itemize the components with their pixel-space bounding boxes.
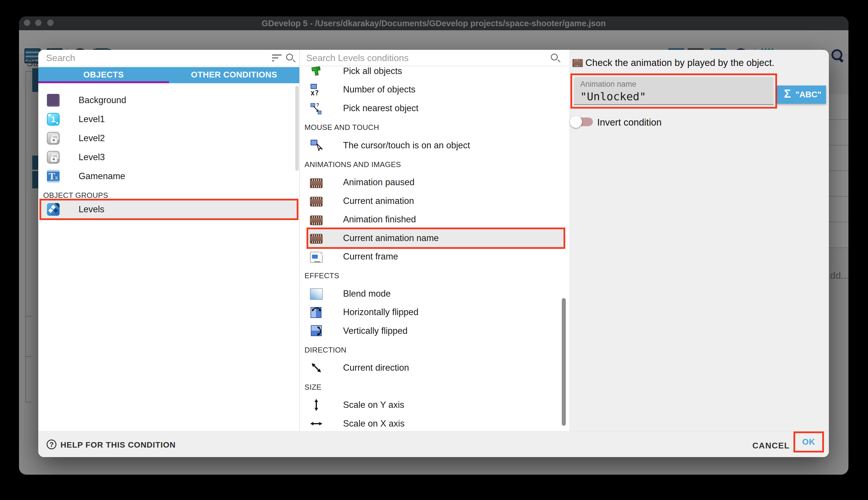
level1-icon: 1 — [47, 113, 60, 126]
condition-label: Current animation — [343, 196, 414, 206]
field-label: Animation name — [580, 80, 636, 89]
field-value[interactable]: "Unlocked" — [580, 90, 646, 103]
help-icon[interactable]: ? — [47, 440, 56, 449]
condition-row-animation-paused[interactable]: Animation paused — [300, 173, 569, 192]
condition-label: Vertically flipped — [343, 326, 408, 336]
condition-label: Number of objects — [343, 84, 415, 95]
condition-label: Blend mode — [343, 288, 390, 299]
condition-label: Current animation name — [343, 233, 439, 243]
section-header-effects: EFFECTS — [305, 271, 339, 280]
conditions-panel: Pick all objectsx?Number of objects?Pick… — [299, 50, 569, 431]
object-row-level3[interactable]: Level3 — [38, 148, 299, 167]
number-of-objects-icon: x? — [310, 83, 322, 96]
condition-row-horizontally-flipped[interactable]: Horizontally flipped — [300, 303, 569, 322]
condition-row-scale-on-y-axis[interactable]: Scale on Y axis — [300, 396, 569, 414]
object-row-gamename[interactable]: TxGamename — [38, 167, 299, 186]
condition-label: Current frame — [343, 251, 398, 262]
condition-label: Current direction — [343, 363, 409, 373]
condition-row-current-frame[interactable]: Current frame — [300, 247, 569, 266]
objects-list: Background1Level1Level2Level3TxGamenameO… — [38, 83, 299, 431]
condition-source-tabs: OBJECTSOTHER CONDITIONS — [38, 67, 299, 83]
condition-label: Scale on X axis — [343, 419, 404, 429]
annotation-red-box: OK — [794, 431, 824, 453]
object-row-background[interactable]: Background — [38, 91, 299, 110]
object-row-level2[interactable]: Level2 — [38, 129, 299, 148]
conditions-scrollbar[interactable] — [562, 298, 566, 426]
cursor-on-object-icon — [310, 139, 322, 152]
film-icon — [310, 234, 322, 244]
lock-icon — [47, 132, 60, 145]
svg-text:?: ? — [316, 103, 319, 107]
objects-search-input[interactable] — [46, 51, 247, 65]
section-header-animations-and-images: ANIMATIONS AND IMAGES — [305, 160, 401, 169]
objects-panel: OBJECTSOTHER CONDITIONS Background1Level… — [38, 50, 299, 431]
condition-label: Horizontally flipped — [343, 307, 419, 317]
group-name: Levels — [79, 204, 105, 215]
h-flip-icon — [310, 306, 322, 319]
search-icon — [286, 54, 293, 60]
section-header-direction: DIRECTION — [305, 345, 347, 354]
tab-other-conditions[interactable]: OTHER CONDITIONS — [169, 67, 300, 83]
film-icon — [310, 178, 322, 188]
condition-label: Scale on Y axis — [343, 400, 404, 410]
cancel-button[interactable]: CANCEL — [748, 439, 794, 453]
text-object-icon: Tx — [47, 170, 60, 183]
film-icon — [310, 197, 322, 206]
pick-nearest-object-icon: ? — [310, 102, 322, 115]
condition-description: Check the animation by played by the obj… — [585, 58, 774, 68]
group-icon — [47, 203, 60, 216]
condition-label: Animation finished — [343, 214, 416, 225]
condition-row-pick-all-objects[interactable]: Pick all objects — [300, 66, 569, 81]
scale-x-icon — [310, 417, 322, 430]
condition-label: The cursor/touch is on an object — [343, 140, 470, 151]
condition-row-pick-nearest-object[interactable]: ?Pick nearest object — [300, 99, 569, 118]
object-name: Level3 — [79, 152, 105, 162]
condition-label: Animation paused — [343, 177, 414, 188]
object-name: Background — [79, 95, 126, 105]
app-window: + + + − Sta — [19, 16, 848, 475]
parameters-panel: Check the animation by played by the obj… — [569, 50, 829, 431]
condition-row-the-cursor-touch-is-on-an-object[interactable]: The cursor/touch is on an object — [300, 136, 569, 155]
conditions-search-row — [300, 50, 569, 66]
condition-row-animation-finished[interactable]: Animation finished — [300, 210, 569, 229]
sigma-icon: Σ — [784, 87, 791, 100]
blend-mode-icon — [310, 288, 322, 300]
group-row-levels[interactable]: Levels — [38, 200, 299, 219]
background-swatch-icon — [47, 94, 60, 106]
condition-row-current-animation-name[interactable]: Current animation name — [300, 229, 569, 248]
object-name: Level2 — [79, 133, 105, 144]
section-header-mouse-and-touch: MOUSE AND TOUCH — [305, 123, 379, 132]
condition-row-blend-mode[interactable]: Blend mode — [300, 284, 569, 303]
condition-row-current-direction[interactable]: Current direction — [300, 358, 569, 377]
direction-icon — [310, 362, 322, 374]
expression-button-label: "ABC" — [796, 90, 821, 99]
objects-scrollbar[interactable] — [295, 86, 299, 171]
animation-name-field[interactable]: Animation name "Unlocked" — [574, 77, 774, 105]
object-name: Level1 — [79, 114, 105, 124]
object-row-level1[interactable]: 1Level1 — [38, 110, 299, 129]
conditions-list: Pick all objectsx?Number of objects?Pick… — [300, 66, 569, 431]
help-link[interactable]: HELP FOR THIS CONDITION — [60, 440, 176, 450]
conditions-search-input[interactable] — [306, 51, 508, 65]
invert-condition-toggle-thumb[interactable] — [570, 116, 582, 128]
animation-icon — [572, 59, 583, 67]
search-icon — [551, 54, 558, 60]
condition-row-vertically-flipped[interactable]: Vertically flipped — [300, 321, 569, 340]
film-icon — [310, 215, 322, 225]
condition-label: Pick nearest object — [343, 103, 419, 113]
objects-search-row — [38, 50, 299, 66]
tab-objects[interactable]: OBJECTS — [38, 67, 169, 83]
condition-row-number-of-objects[interactable]: x?Number of objects — [300, 80, 569, 99]
dialog-footer: ? HELP FOR THIS CONDITION CANCEL OK — [38, 431, 829, 457]
ok-button[interactable]: OK — [795, 433, 822, 451]
annotation-red-box: Animation name "Unlocked" — [571, 73, 777, 109]
condition-row-current-animation[interactable]: Current animation — [300, 192, 569, 211]
filter-icon[interactable] — [272, 55, 282, 62]
pick-all-objects-icon — [310, 66, 322, 78]
condition-row-scale-on-x-axis[interactable]: Scale on X axis — [300, 414, 569, 431]
v-flip-icon — [310, 325, 322, 337]
condition-label: Pick all objects — [343, 66, 402, 76]
scale-y-icon — [310, 399, 322, 411]
expression-editor-button[interactable]: Σ "ABC" — [777, 86, 826, 104]
object-name: Gamename — [79, 171, 125, 181]
